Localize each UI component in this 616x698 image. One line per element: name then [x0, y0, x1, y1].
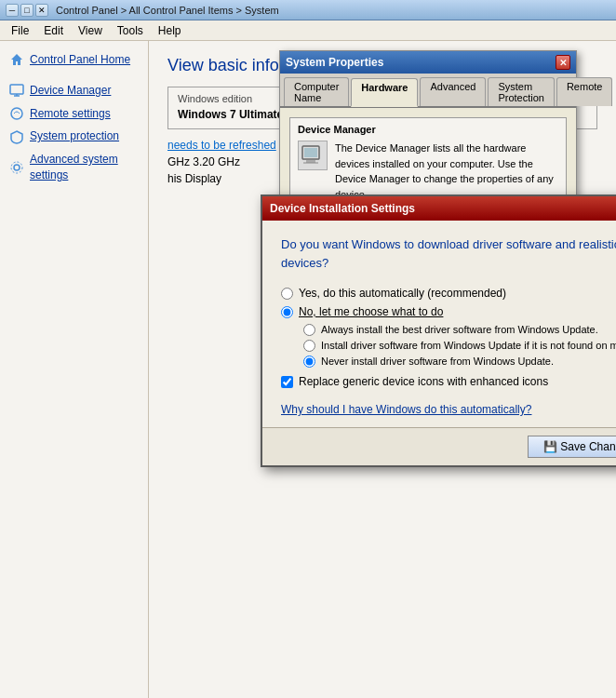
- sub-radio-never[interactable]: Never install driver software from Windo…: [303, 356, 616, 368]
- tab-hardware[interactable]: Hardware: [351, 78, 418, 107]
- device-installation-dialog: Device Installation Settings ✕ Do you wa…: [261, 195, 616, 467]
- device-manager-icon: [298, 141, 328, 170]
- menu-bar: File Edit View Tools Help: [0, 20, 616, 41]
- breadcrumb: Control Panel > All Control Panel Items …: [56, 5, 279, 16]
- devinstall-title-bar: Device Installation Settings ✕: [262, 196, 616, 221]
- sub-radio-always-label: Always install the best driver software …: [321, 324, 598, 335]
- sidebar-item-advanced-settings[interactable]: Advanced system settings: [0, 148, 148, 187]
- radio-no[interactable]: No, let me choose what to do: [281, 305, 616, 318]
- sidebar-item-device-manager[interactable]: Device Manager: [0, 79, 148, 102]
- sidebar-remote-settings-label: Remote settings: [30, 106, 111, 122]
- svg-point-4: [14, 165, 20, 170]
- window-controls[interactable]: ─ □ ✕: [6, 4, 48, 17]
- devinstall-title: Device Installation Settings: [270, 202, 415, 215]
- devinstall-footer: 💾 Save Changes Cancel: [262, 427, 616, 465]
- svg-rect-0: [10, 85, 23, 94]
- checkbox-icons-input[interactable]: [281, 376, 293, 388]
- bg-cpu-info: GHz 3.20 GHz: [167, 155, 240, 168]
- device-manager-description: The Device Manager lists all the hardwar…: [335, 141, 558, 202]
- monitor-icon: [9, 83, 24, 98]
- menu-edit[interactable]: Edit: [36, 22, 71, 39]
- devinstall-body: Do you want Windows to download driver s…: [262, 221, 616, 427]
- checkbox-replace-icons[interactable]: Replace generic device icons with enhanc…: [281, 375, 616, 388]
- menu-help[interactable]: Help: [151, 22, 189, 39]
- shield-icon: [9, 129, 24, 144]
- svg-rect-7: [304, 148, 317, 157]
- radio-yes-input[interactable]: [281, 288, 293, 300]
- sub-radio-always-input[interactable]: [303, 324, 315, 336]
- sub-radio-never-label: Never install driver software from Windo…: [321, 356, 554, 367]
- bg-refresh-hint: needs to be refreshed: [167, 139, 276, 152]
- remote-icon: [9, 106, 24, 121]
- main-layout: Control Panel Home Device Manager Remote…: [0, 41, 616, 698]
- sidebar-item-remote-settings[interactable]: Remote settings: [0, 102, 148, 126]
- svg-point-3: [11, 108, 22, 119]
- tab-computer-name[interactable]: Computer Name: [284, 77, 349, 106]
- gear-icon: [9, 160, 24, 175]
- device-manager-title: Device Manager: [298, 124, 558, 135]
- radio-yes-label: Yes, do this automatically (recommended): [299, 287, 506, 300]
- sidebar-home-label: Control Panel Home: [30, 52, 130, 68]
- devinstall-question: Do you want Windows to download driver s…: [281, 235, 616, 272]
- radio-no-input[interactable]: [281, 306, 293, 318]
- title-bar: ─ □ ✕ Control Panel > All Control Panel …: [0, 0, 616, 20]
- sidebar-device-manager-label: Device Manager: [30, 83, 111, 99]
- sidebar: Control Panel Home Device Manager Remote…: [0, 41, 149, 698]
- close-button[interactable]: ✕: [35, 4, 48, 17]
- tab-advanced[interactable]: Advanced: [420, 77, 486, 106]
- sysprop-close-button[interactable]: ✕: [556, 55, 570, 70]
- sub-radio-group: Always install the best driver software …: [303, 324, 616, 368]
- radio-yes[interactable]: Yes, do this automatically (recommended): [281, 287, 616, 300]
- home-icon: [9, 52, 24, 67]
- radio-group-main: Yes, do this automatically (recommended)…: [281, 287, 616, 388]
- sub-radio-notfound-input[interactable]: [303, 340, 315, 352]
- sub-radio-never-input[interactable]: [303, 356, 315, 368]
- sysprop-title: System Properties: [286, 56, 383, 69]
- save-changes-label: Save Changes: [560, 440, 616, 453]
- menu-file[interactable]: File: [4, 22, 36, 39]
- maximize-button[interactable]: □: [20, 4, 33, 17]
- bg-display-info: his Display: [167, 172, 221, 185]
- sysprop-title-bar: System Properties ✕: [280, 51, 576, 74]
- sidebar-advanced-settings-label: Advanced system settings: [30, 152, 139, 183]
- menu-tools[interactable]: Tools: [110, 22, 151, 39]
- content-area: View basic information about your comput…: [149, 41, 616, 698]
- tab-system-protection[interactable]: System Protection: [488, 77, 555, 106]
- sidebar-system-protection-label: System protection: [30, 128, 119, 144]
- menu-view[interactable]: View: [71, 22, 110, 39]
- svg-point-5: [11, 162, 22, 173]
- radio-no-label: No, let me choose what to do: [299, 305, 443, 318]
- save-changes-icon: 💾: [543, 440, 560, 453]
- checkbox-icons-label: Replace generic device icons with enhanc…: [299, 375, 548, 388]
- sidebar-item-system-protection[interactable]: System protection: [0, 125, 148, 148]
- sysprop-tabs: Computer Name Hardware Advanced System P…: [280, 74, 576, 108]
- tab-remote[interactable]: Remote: [556, 77, 613, 106]
- sub-radio-if-not-found[interactable]: Install driver software from Windows Upd…: [303, 340, 616, 352]
- sub-radio-notfound-label: Install driver software from Windows Upd…: [321, 340, 616, 351]
- save-changes-button[interactable]: 💾 Save Changes: [528, 436, 616, 458]
- sub-radio-always[interactable]: Always install the best driver software …: [303, 324, 616, 336]
- sidebar-home[interactable]: Control Panel Home: [0, 48, 148, 72]
- minimize-button[interactable]: ─: [6, 4, 19, 17]
- help-link[interactable]: Why should I have Windows do this automa…: [281, 403, 616, 416]
